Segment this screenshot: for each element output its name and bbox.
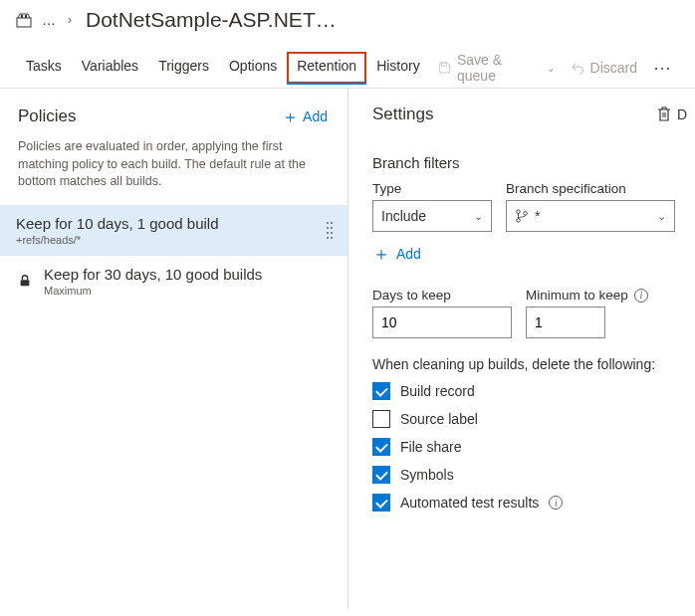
policies-panel: Policies ＋ Add Policies are evaluated in… xyxy=(0,89,348,609)
lock-icon xyxy=(16,274,34,288)
trash-icon xyxy=(657,106,671,122)
chevron-right-icon: › xyxy=(66,13,74,27)
svg-rect-2 xyxy=(25,15,27,18)
tab-variables[interactable]: Variables xyxy=(72,52,148,84)
save-icon xyxy=(438,61,451,75)
branch-filters-heading: Branch filters xyxy=(372,154,687,171)
minimum-to-keep-input[interactable] xyxy=(526,307,605,338)
branch-spec-label: Branch specification xyxy=(506,181,675,196)
policy-subtitle: Maximum xyxy=(44,285,262,297)
discard-button[interactable]: Discard xyxy=(563,56,645,80)
plus-icon: ＋ xyxy=(282,108,299,125)
tab-options[interactable]: Options xyxy=(219,52,287,84)
undo-icon xyxy=(571,61,584,75)
plus-icon: ＋ xyxy=(372,242,390,266)
checkbox-icon xyxy=(372,438,390,456)
svg-point-11 xyxy=(331,237,333,239)
svg-point-8 xyxy=(327,232,329,234)
tab-tasks[interactable]: Tasks xyxy=(16,52,72,84)
type-label: Type xyxy=(372,181,492,196)
svg-rect-3 xyxy=(441,63,446,66)
svg-rect-12 xyxy=(21,280,30,286)
checkbox-automated-tests[interactable]: Automated test results i xyxy=(372,494,687,512)
svg-point-10 xyxy=(327,237,329,239)
checkbox-icon xyxy=(372,494,390,512)
settings-heading: Settings xyxy=(372,104,433,124)
tab-history[interactable]: History xyxy=(366,52,430,84)
type-select[interactable]: Include ⌄ xyxy=(372,200,492,232)
cleanup-label: When cleaning up builds, delete the foll… xyxy=(372,356,687,372)
svg-point-6 xyxy=(327,227,329,229)
add-branch-filter-button[interactable]: ＋ Add xyxy=(372,242,687,266)
breadcrumb-more[interactable]: … xyxy=(40,12,58,28)
branch-spec-select[interactable]: * ⌄ xyxy=(506,200,675,232)
svg-point-14 xyxy=(517,219,521,223)
svg-point-15 xyxy=(524,212,528,216)
checkbox-build-record[interactable]: Build record xyxy=(372,382,687,400)
chevron-down-icon: ⌄ xyxy=(657,210,666,223)
policy-row[interactable]: Keep for 10 days, 1 good build +refs/hea… xyxy=(0,205,348,256)
tab-bar: Tasks Variables Triggers Options Retenti… xyxy=(0,36,695,89)
tab-triggers[interactable]: Triggers xyxy=(148,52,219,84)
page-title[interactable]: DotNetSample-ASP.NET… xyxy=(86,8,337,32)
tab-retention[interactable]: Retention xyxy=(287,52,366,84)
checkbox-source-label[interactable]: Source label xyxy=(372,410,687,428)
days-to-keep-label: Days to keep xyxy=(372,288,512,303)
settings-panel: Settings D Branch filters Type Include ⌄… xyxy=(348,89,695,609)
svg-point-13 xyxy=(517,210,521,214)
checkbox-icon xyxy=(372,410,390,428)
checkbox-icon xyxy=(372,382,390,400)
branch-icon xyxy=(515,209,529,223)
save-queue-button[interactable]: Save & queue ⌄ xyxy=(430,48,563,88)
svg-rect-0 xyxy=(17,18,31,27)
more-menu[interactable]: ⋯ xyxy=(645,57,679,79)
svg-point-7 xyxy=(331,227,333,229)
policy-title: Keep for 10 days, 1 good build xyxy=(16,215,218,232)
policy-title: Keep for 30 days, 10 good builds xyxy=(44,266,262,283)
svg-point-9 xyxy=(331,232,333,234)
chevron-down-icon: ⌄ xyxy=(547,63,555,74)
info-icon[interactable]: i xyxy=(634,289,648,303)
svg-rect-1 xyxy=(21,15,23,18)
policies-description: Policies are evaluated in order, applyin… xyxy=(0,132,348,205)
checkbox-file-share[interactable]: File share xyxy=(372,438,687,456)
policy-row[interactable]: Keep for 30 days, 10 good builds Maximum xyxy=(0,256,348,307)
svg-point-5 xyxy=(331,222,333,224)
delete-button[interactable]: D xyxy=(657,106,687,122)
chevron-down-icon: ⌄ xyxy=(474,210,483,223)
drag-handle-icon[interactable] xyxy=(326,220,334,240)
project-icon xyxy=(16,12,32,28)
minimum-to-keep-label: Minimum to keep i xyxy=(526,288,648,303)
breadcrumb: … › DotNetSample-ASP.NET… xyxy=(0,0,695,36)
svg-point-4 xyxy=(327,222,329,224)
checkbox-symbols[interactable]: Symbols xyxy=(372,466,687,484)
policy-subtitle: +refs/heads/* xyxy=(16,234,218,246)
checkbox-icon xyxy=(372,466,390,484)
days-to-keep-input[interactable] xyxy=(372,307,512,338)
info-icon[interactable]: i xyxy=(549,496,563,510)
policies-heading: Policies xyxy=(18,106,77,126)
add-policy-button[interactable]: ＋ Add xyxy=(282,108,328,125)
